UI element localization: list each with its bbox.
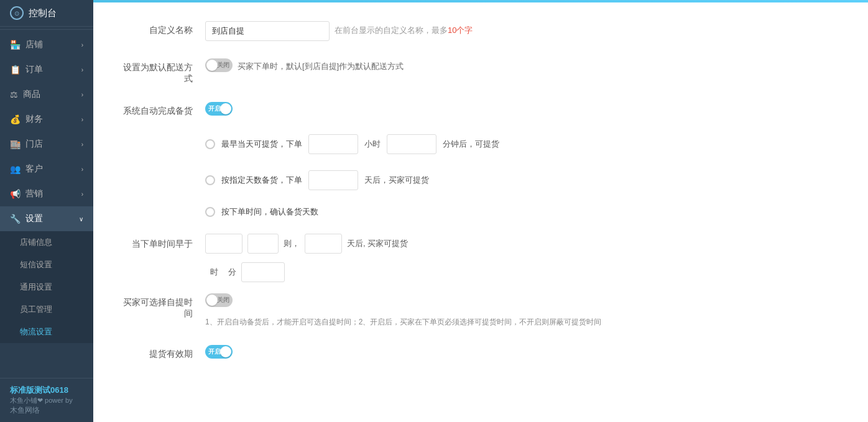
finance-arrow-icon: ›: [81, 116, 83, 123]
settings-arrow-icon: ∨: [79, 216, 83, 222]
sidebar: ⊙ 控制台 🏪 店铺 › 📋 订单 › ⚖ 商品 › 💰 财务 › 🏬 门: [0, 0, 93, 422]
custom-name-content: 在前台显示的自定义名称，最多10个字: [205, 21, 843, 41]
sidebar-item-customers-label: 客户: [25, 163, 43, 175]
pickup-validity-knob: [220, 346, 231, 357]
by-order-time-label: 按下单时间，确认备货天数: [221, 206, 318, 218]
auto-stock-content: 开启: [205, 102, 843, 116]
order-time-shi: 时: [210, 267, 218, 278]
default-delivery-hint: 买家下单时，默认[到店自提]作为默认配送方式: [238, 58, 404, 72]
sidebar-sub-item-store-info[interactable]: 店铺信息: [0, 231, 93, 254]
sidebar-item-orders[interactable]: 📋 订单 ›: [0, 57, 93, 82]
specified-days-radio-row: 按指定天数备货，下单 天后，买家可提货: [205, 170, 429, 190]
pickup-validity-toggle-text: 开启: [208, 347, 221, 356]
order-time-days-input[interactable]: [305, 234, 342, 254]
sidebar-item-products[interactable]: ⚖ 商品 ›: [0, 82, 93, 107]
default-delivery-toggle[interactable]: 关闭: [205, 58, 233, 72]
auto-stock-label: 系统自动完成备货: [118, 102, 205, 117]
auto-stock-knob: [220, 103, 231, 114]
sidebar-item-store-label: 店铺: [25, 39, 43, 50]
sidebar-sub-item-staff[interactable]: 员工管理: [0, 298, 93, 321]
buyer-select-time-toggle[interactable]: 关闭: [205, 293, 233, 307]
earliest-same-day-radio[interactable]: [205, 139, 215, 149]
sidebar-item-shops[interactable]: 🏬 门店 ›: [0, 132, 93, 157]
earliest-hours-input[interactable]: [308, 134, 358, 154]
company-name: 木鱼网络: [10, 405, 83, 416]
buyer-select-hint: 1、开启自动备货后，才能开启可选自提时间；2、开启后，买家在下单页必须选择可提货…: [205, 317, 601, 328]
default-delivery-toggle-wrap: 关闭: [205, 58, 233, 72]
order-time-before-row: 当下单时间早于 则， 天后, 买家可提货 时 分: [118, 234, 843, 286]
orders-arrow-icon: ›: [81, 67, 83, 73]
shops-icon: 🏬: [10, 139, 21, 149]
products-icon: ⚖: [10, 89, 18, 99]
default-delivery-content: 关闭 买家下单时，默认[到店自提]作为默认配送方式: [205, 58, 843, 72]
pickup-validity-toggle[interactable]: 开启: [205, 345, 233, 359]
toggle-knob: [206, 60, 218, 71]
earliest-same-day-radio-row: 最早当天可提货，下单 小时 分钟后，可提货: [205, 134, 499, 154]
products-arrow-icon: ›: [81, 91, 83, 98]
sidebar-sub-item-general[interactable]: 通用设置: [0, 276, 93, 298]
specified-days-unit: 天后，买家可提货: [364, 175, 429, 186]
earliest-hours-unit: 小时: [364, 139, 381, 150]
earliest-minutes-input[interactable]: [387, 134, 436, 154]
store-arrow-icon: ›: [81, 42, 83, 48]
order-time-extra-input[interactable]: [241, 262, 285, 282]
order-time-before-content: 则， 天后, 买家可提货 时 分: [205, 234, 843, 286]
sidebar-item-store[interactable]: 🏪 店铺 ›: [0, 32, 93, 57]
earliest-minutes-unit: 分钟后，可提货: [443, 139, 499, 150]
customers-icon: 👥: [10, 164, 21, 174]
custom-name-input[interactable]: [205, 21, 330, 41]
sidebar-item-products-label: 商品: [23, 89, 40, 100]
buyer-select-time-content: 关闭 1、开启自动备货后，才能开启可选自提时间；2、开启后，买家在下单页必须选择…: [205, 293, 843, 328]
buyer-select-time-row: 买家可选择自提时间 关闭 1、开启自动备货后，才能开启可选自提时间；2、开启后，…: [118, 293, 843, 328]
sidebar-header-label: 控制台: [29, 7, 57, 19]
settings-icon: 🔧: [10, 214, 21, 224]
order-time-sep: 则，: [284, 238, 300, 249]
specified-days-row: 按指定天数备货，下单 天后，买家可提货: [205, 170, 843, 199]
by-order-time-row: 按下单时间，确认备货天数: [205, 206, 843, 226]
order-time-row-2: 时 分: [205, 262, 285, 282]
order-time-hour-input[interactable]: [205, 234, 242, 254]
sidebar-item-customers[interactable]: 👥 客户 ›: [0, 157, 93, 181]
content-area: 自定义名称 在前台显示的自定义名称，最多10个字 设置为默认配送方式 关闭 买家…: [93, 2, 868, 396]
store-icon: 🏪: [10, 40, 21, 50]
auto-stock-toggle[interactable]: 开启: [205, 102, 233, 116]
settings-submenu: 店铺信息 短信设置 通用设置 员工管理 物流设置: [0, 231, 93, 343]
buyer-select-knob: [206, 295, 218, 306]
pickup-validity-label: 提货有效期: [118, 345, 205, 360]
custom-name-row: 自定义名称 在前台显示的自定义名称，最多10个字: [118, 21, 843, 41]
marketing-arrow-icon: ›: [81, 191, 83, 198]
orders-icon: 📋: [10, 65, 21, 75]
order-time-min-input[interactable]: [247, 234, 279, 254]
customers-arrow-icon: ›: [81, 166, 83, 173]
main-content: 自定义名称 在前台显示的自定义名称，最多10个字 设置为默认配送方式 关闭 买家…: [93, 0, 868, 422]
custom-name-hint: 在前台显示的自定义名称，最多10个字: [335, 21, 473, 36]
powered-by: 木鱼小铺❤ power by: [10, 396, 83, 405]
by-order-time-radio[interactable]: [205, 207, 215, 217]
custom-name-label: 自定义名称: [118, 21, 205, 36]
earliest-same-day-row: 最早当天可提货，下单 小时 分钟后，可提货: [205, 134, 843, 163]
shops-arrow-icon: ›: [81, 141, 83, 148]
finance-icon: 💰: [10, 114, 21, 124]
buyer-select-toggle-text: 关闭: [217, 296, 229, 305]
sidebar-item-settings[interactable]: 🔧 设置 ∨: [0, 206, 93, 231]
sidebar-sub-item-sms[interactable]: 短信设置: [0, 254, 93, 276]
sidebar-item-finance[interactable]: 💰 财务 ›: [0, 107, 93, 132]
buyer-select-time-label: 买家可选择自提时间: [118, 293, 205, 319]
sidebar-item-orders-label: 订单: [25, 64, 43, 75]
toggle-off-text: 关闭: [217, 61, 229, 70]
pickup-validity-row: 提货有效期 开启: [118, 345, 843, 360]
specified-days-label: 按指定天数备货，下单: [221, 175, 302, 186]
sidebar-sub-item-logistics[interactable]: 物流设置: [0, 321, 93, 343]
sidebar-header[interactable]: ⊙ 控制台: [0, 0, 93, 27]
specified-days-radio[interactable]: [205, 175, 215, 185]
dashboard-icon: ⊙: [10, 6, 24, 20]
auto-stock-toggle-text: 开启: [208, 104, 221, 113]
default-delivery-label: 设置为默认配送方式: [118, 58, 205, 85]
sidebar-item-marketing[interactable]: 📢 营销 ›: [0, 181, 93, 206]
default-delivery-row: 设置为默认配送方式 关闭 买家下单时，默认[到店自提]作为默认配送方式: [118, 58, 843, 85]
order-time-fen: 分: [228, 267, 236, 278]
order-time-unit: 天后, 买家可提货: [347, 238, 408, 249]
sidebar-item-marketing-label: 营销: [25, 188, 43, 200]
specified-days-input[interactable]: [308, 170, 358, 190]
sidebar-bottom: 标准版测试0618 木鱼小铺❤ power by 木鱼网络: [0, 378, 93, 422]
